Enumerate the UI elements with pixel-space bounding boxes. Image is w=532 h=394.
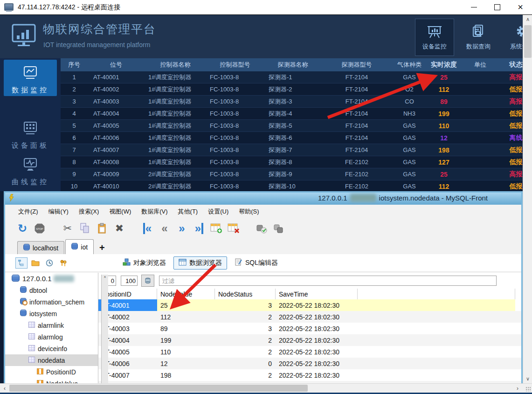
tree-node-iotsystem[interactable]: iotsystem (5, 308, 98, 319)
folder-button[interactable] (29, 257, 41, 269)
delete-icon: ✖ (115, 222, 124, 235)
prev-record-button[interactable]: « (158, 221, 172, 235)
grid-row-at-40007[interactable]: AT-4000719822022-05-22 18:02:30 (98, 369, 521, 381)
first-record-button[interactable]: « (140, 221, 154, 235)
close-button[interactable]: × (509, 0, 532, 14)
cancel-edit-button[interactable] (272, 221, 286, 235)
scroll-left-icon[interactable]: ‹ (0, 384, 9, 393)
mysql-menubar: 文件(Z)编辑(Y)搜索(X)视图(W)数据库(V)其他(T)设置(U)帮助(S… (5, 205, 521, 219)
curve-monitor-icon (22, 157, 38, 173)
object-browser-icon (123, 258, 131, 267)
next-record-button[interactable]: » (175, 221, 189, 235)
grid-column-header-positionid[interactable]: PositionID (98, 289, 157, 299)
sidebar-item-curve-monitor[interactable]: 曲线监控 (4, 152, 57, 185)
iot-table-row[interactable]: 6AT-400061#调度室控制器FC-1003-8探测器-6FT-2104GA… (61, 132, 532, 144)
last-record-button[interactable]: » (192, 221, 206, 235)
insert-record-button[interactable] (209, 221, 223, 235)
iot-cell-detector: 探测器-9 (264, 170, 322, 179)
grid-row-at-40006[interactable]: AT-400061202022-05-22 18:02:30 (98, 358, 521, 369)
tree-node-information_schem[interactable]: information_schem (5, 296, 98, 308)
menu-v[interactable]: 数据库(V) (141, 207, 167, 216)
delete-button[interactable]: ✖ (112, 221, 126, 235)
connection-tab-label: iot (81, 243, 88, 251)
tree-node-dbtool[interactable]: dbtool (5, 284, 98, 296)
scroll-up-icon[interactable]: ∧ (523, 15, 532, 24)
grid-cell-node_value: 89 (157, 323, 215, 334)
iot-table-row[interactable]: 4AT-400041#调度室控制器FC-1003-8探测器-4FT-2104NH… (61, 108, 532, 120)
grid-header-row: PositionIDNodeValueNodeStatusSaveTime (98, 289, 515, 300)
view-tab-data-browser[interactable]: 数据浏览器 (173, 256, 227, 270)
iot-cell-gas: GAS (392, 74, 427, 81)
vertical-scroll-thumb[interactable] (524, 25, 532, 58)
refresh-button[interactable]: ↻ (15, 221, 29, 235)
scroll-down-icon[interactable]: ∨ (523, 374, 532, 383)
connection-tab-iot[interactable]: iot (65, 239, 94, 254)
redacted-blur (54, 275, 74, 282)
stop-button[interactable]: STOP (33, 221, 47, 235)
cut-icon: ✂ (63, 222, 72, 235)
iot-cell-controller_model: FC-1003-8 (206, 171, 264, 178)
grid-row-at-40005[interactable]: AT-4000511022022-05-22 18:02:30 (98, 346, 521, 358)
grid-row-at-40004[interactable]: AT-4000419922022-05-22 18:02:30 (98, 334, 521, 346)
iot-table-row[interactable]: 2AT-400021#调度室控制器FC-1003-8探测器-2FT-2104O2… (61, 83, 532, 96)
nav-item-device-monitor[interactable]: 设备监控 (415, 19, 454, 56)
menu-s[interactable]: 帮助(S) (239, 207, 259, 216)
minimize-button[interactable] (462, 0, 485, 14)
session-horizontal-scrollbar[interactable]: ‹ › (0, 383, 532, 393)
view-tab-object-browser[interactable]: 对象浏览器 (118, 256, 171, 269)
iot-cell-controller: 2#调度室控制器 (145, 170, 206, 179)
tree-toggle-button[interactable] (15, 257, 28, 269)
offset-spinner[interactable]: 0 ∧∨ (101, 276, 116, 286)
sidebar-item-grid-panel[interactable]: 设备面板 (4, 115, 57, 149)
data-browser-icon (179, 259, 187, 267)
iot-table-row[interactable]: 8AT-400081#调度室控制器FC-1003-8探测器-8FE-2102GA… (61, 156, 532, 168)
iot-cell-detector_model: FE-2102 (322, 183, 392, 190)
bookmarks-button[interactable] (57, 257, 69, 269)
tree-node-nodedata[interactable]: nodedata (5, 354, 98, 366)
iot-table-row[interactable]: 1AT-400011#调度室控制器FC-1003-8探测器-1FT-2104GA… (61, 71, 532, 83)
tree-node-positionid[interactable]: PositionID (5, 366, 98, 378)
view-tab-sql-editor[interactable]: SQL编辑器 (230, 256, 283, 269)
grid-column-header-savetime[interactable]: SaveTime (276, 289, 358, 299)
menu-y[interactable]: 编辑(Y) (48, 207, 69, 216)
maximize-button[interactable] (485, 0, 509, 14)
menu-z[interactable]: 文件(Z) (18, 207, 38, 216)
grid-row-at-40001[interactable]: AT-400012532022-05-22 18:02:30 (98, 299, 521, 311)
history-clock-button[interactable] (43, 257, 55, 269)
grid-cell-filler (358, 323, 515, 334)
cut-button[interactable]: ✂ (61, 221, 75, 235)
menu-w[interactable]: 视图(W) (109, 207, 131, 216)
copy-button[interactable] (78, 221, 92, 235)
iot-cell-value: 112 (427, 86, 461, 93)
grid-column-header-nodevalue[interactable]: NodeValue (157, 289, 215, 299)
nav-item-data-query[interactable]: 数据查询 (459, 19, 498, 56)
delete-record-button[interactable] (227, 221, 241, 235)
iot-cell-gas: CO (392, 98, 427, 105)
iot-table-row[interactable]: 9AT-400092#调度室控制器FC-1003-8探测器-9FE-2102GA… (61, 168, 532, 180)
iot-table-row[interactable]: 7AT-400071#调度室控制器FC-1003-8探测器-7FT-2104GA… (61, 144, 532, 156)
post-edit-button[interactable] (255, 221, 269, 235)
connection-tab-localhost[interactable]: localhost (17, 241, 64, 254)
menu-u[interactable]: 设置(U) (208, 207, 228, 216)
grid-row-at-40002[interactable]: AT-4000211222022-05-22 18:02:30 (98, 311, 521, 323)
new-connection-tab-button[interactable]: + (99, 242, 105, 254)
iot-table-row[interactable]: 3AT-400031#调度室控制器FC-1003-8探测器-3FT-2104CO… (61, 96, 532, 108)
horizontal-scroll-thumb[interactable] (9, 385, 308, 392)
menu-x[interactable]: 搜索(X) (79, 207, 99, 216)
grid-row-at-40003[interactable]: AT-400038932022-05-22 18:02:30 (98, 323, 521, 334)
grid-column-header-nodestatus[interactable]: NodeStatus (215, 289, 276, 299)
tree-node-alarmlog[interactable]: alarmlog (5, 331, 98, 343)
limit-spinner[interactable]: 100 ∧∨ (121, 276, 138, 286)
tree-node-deviceinfo[interactable]: deviceinfo (5, 343, 98, 354)
menu-t[interactable]: 其他(T) (178, 207, 198, 216)
filter-input[interactable] (159, 276, 497, 286)
sidebar-item-line-chart[interactable]: 数据监控 (4, 60, 57, 96)
scroll-right-icon[interactable]: › (513, 384, 522, 393)
tree-node-127.0.0.1[interactable]: 127.0.0.1 (5, 273, 98, 284)
iot-table-row[interactable]: 5AT-400051#调度室控制器FC-1003-8探测器-5FT-2104GA… (61, 120, 532, 132)
refresh-limit-button[interactable] (141, 275, 154, 287)
paste-button[interactable] (95, 221, 109, 235)
tree-node-alarmlink[interactable]: alarmlink (5, 319, 98, 331)
mysql-titlebar[interactable]: 127.0.0.1 iotsystem.nodedata - MySQL-Fro… (5, 193, 521, 205)
session-vertical-scrollbar[interactable]: ∧ ∨ (523, 15, 532, 383)
